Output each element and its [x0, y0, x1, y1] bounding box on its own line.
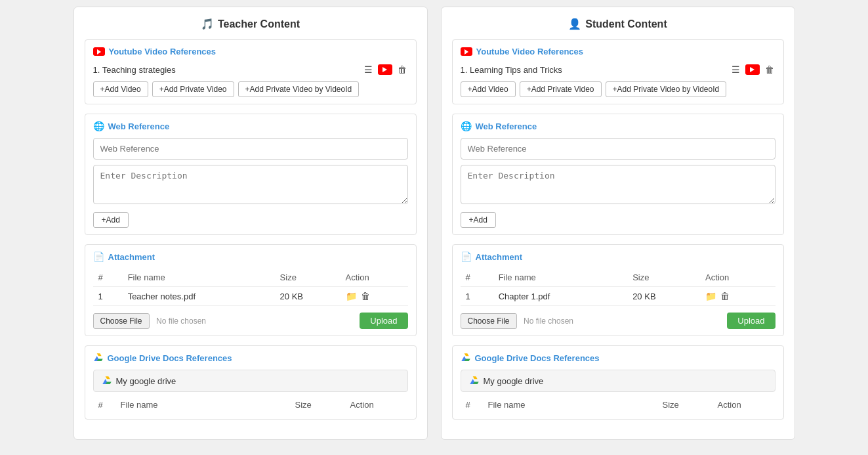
- student-attachment-label: Attachment: [476, 252, 523, 262]
- student-no-file-text: No file chosen: [524, 316, 573, 326]
- student-drive-col-size: Size: [663, 400, 715, 410]
- student-delete-video-btn[interactable]: 🗑: [764, 63, 775, 76]
- teacher-web-label: Web Reference: [108, 121, 170, 131]
- teacher-add-private-btn[interactable]: +Add Private Video: [152, 81, 234, 97]
- teacher-drive-col-action: Action: [350, 400, 403, 410]
- student-attachment-table: # File name Size Action 1 Chapter 1.pdf …: [461, 269, 775, 306]
- gdrive-icon-teacher: [93, 353, 104, 363]
- teacher-file-row-num: 1: [93, 287, 123, 306]
- student-upload-btn[interactable]: Upload: [727, 313, 775, 329]
- teacher-drive-label: Google Drive Docs References: [108, 353, 232, 363]
- teacher-drive-col-hash: #: [98, 400, 118, 410]
- student-my-drive: My google drive: [461, 370, 775, 392]
- teacher-video-actions: ☰ 🗑: [363, 63, 408, 76]
- student-add-private-id-btn[interactable]: +Add Private Video by VideoId: [606, 81, 727, 97]
- teacher-yt-small-icon: [378, 64, 392, 75]
- student-web-title: 🌐 Web Reference: [461, 121, 775, 131]
- teacher-file-action-icons: 📁 🗑: [346, 291, 403, 301]
- teacher-panel-title: 🎵 Teacher Content: [85, 18, 417, 30]
- student-col-hash: #: [461, 269, 493, 287]
- student-video-row: 1. Learning Tips and Tricks ☰ 🗑: [461, 63, 775, 76]
- teacher-file-upload-row: Choose File No file chosen Upload: [93, 313, 408, 329]
- student-youtube-title: Youtube Video References: [461, 47, 775, 56]
- student-panel-title: 👤 Student Content: [452, 18, 784, 30]
- student-file-name: Chapter 1.pdf: [493, 287, 628, 306]
- student-file-delete-icon[interactable]: 🗑: [720, 291, 730, 301]
- student-panel: 👤 Student Content Youtube Video Referenc…: [441, 7, 795, 440]
- teacher-video-row: 1. Teaching strategies ☰ 🗑: [93, 63, 408, 76]
- student-add-private-btn[interactable]: +Add Private Video: [520, 81, 602, 97]
- teacher-file-size: 20 KB: [275, 287, 341, 306]
- student-col-size: Size: [627, 269, 700, 287]
- student-yt-small-icon: [745, 64, 760, 75]
- student-file-view-icon[interactable]: 📁: [705, 291, 716, 301]
- teacher-my-drive: My google drive: [93, 370, 408, 392]
- student-youtube-label: Youtube Video References: [476, 47, 584, 56]
- teacher-add-video-btn[interactable]: +Add Video: [93, 81, 148, 97]
- student-web-reference-input[interactable]: [461, 138, 775, 160]
- teacher-drive-col-filename: File name: [121, 400, 293, 410]
- teacher-drive-table-header: # File name Size Action: [93, 397, 408, 412]
- student-choose-file-btn[interactable]: Choose File: [461, 313, 517, 329]
- youtube-icon-student: [461, 47, 472, 56]
- globe-icon-student: 🌐: [461, 121, 472, 131]
- teacher-add-private-id-btn[interactable]: +Add Private Video by VideoId: [238, 81, 360, 97]
- student-title-text: Student Content: [585, 18, 667, 30]
- student-drive-table-header: # File name Size Action: [461, 397, 775, 412]
- teacher-attachment-label: Attachment: [108, 252, 155, 262]
- teacher-youtube-label: Youtube Video References: [109, 47, 217, 56]
- trash-icon-student-video: 🗑: [765, 64, 774, 75]
- student-file-upload-row: Choose File No file chosen Upload: [461, 313, 775, 329]
- teacher-video-label: 1. Teaching strategies: [93, 65, 176, 75]
- gdrive-icon-student: [461, 353, 471, 363]
- teacher-file-actions: 📁 🗑: [341, 287, 408, 306]
- teacher-title-icon: 🎵: [201, 18, 214, 30]
- teacher-attachment-title: 📄 Attachment: [93, 251, 408, 262]
- teacher-drive-col-size: Size: [295, 400, 348, 410]
- student-video-label: 1. Learning Tips and Tricks: [461, 65, 562, 75]
- teacher-web-title: 🌐 Web Reference: [93, 121, 408, 131]
- teacher-attachment-table: # File name Size Action 1 Teacher notes.…: [93, 269, 408, 306]
- student-attachment-row-1: 1 Chapter 1.pdf 20 KB 📁 🗑: [461, 287, 775, 306]
- teacher-panel: 🎵 Teacher Content Youtube Video Referenc…: [73, 7, 428, 440]
- student-drive-col-action: Action: [718, 400, 770, 410]
- teacher-attachment-table-wrapper: # File name Size Action 1 Teacher notes.…: [93, 269, 408, 306]
- student-file-input-group: Choose File No file chosen: [461, 313, 574, 329]
- attach-icon-student: 📄: [461, 251, 472, 262]
- student-attachment-header-row: # File name Size Action: [461, 269, 775, 287]
- student-add-video-btn[interactable]: +Add Video: [461, 81, 516, 97]
- teacher-col-action: Action: [341, 269, 408, 287]
- student-file-row-num: 1: [461, 287, 493, 306]
- teacher-upload-btn[interactable]: Upload: [360, 313, 407, 329]
- student-my-drive-label: My google drive: [484, 376, 544, 386]
- teacher-hamburger-btn[interactable]: ☰: [363, 63, 374, 76]
- teacher-col-hash: #: [93, 269, 123, 287]
- student-drive-col-filename: File name: [488, 400, 660, 410]
- teacher-my-drive-label: My google drive: [116, 376, 176, 386]
- teacher-file-input-group: Choose File No file chosen: [93, 313, 207, 329]
- teacher-web-section: 🌐 Web Reference +Add: [85, 114, 417, 235]
- teacher-file-view-icon[interactable]: 📁: [346, 291, 357, 301]
- teacher-choose-file-btn[interactable]: Choose File: [93, 313, 150, 329]
- student-youtube-section: Youtube Video References 1. Learning Tip…: [452, 39, 784, 104]
- teacher-web-add-btn[interactable]: +Add: [93, 212, 129, 228]
- student-web-add-btn[interactable]: +Add: [461, 212, 496, 228]
- teacher-col-size: Size: [275, 269, 341, 287]
- teacher-file-delete-icon[interactable]: 🗑: [361, 291, 370, 301]
- teacher-delete-video-btn[interactable]: 🗑: [396, 63, 408, 76]
- teacher-web-reference-input[interactable]: [93, 138, 408, 160]
- teacher-web-description-input[interactable]: [93, 165, 408, 204]
- student-web-section: 🌐 Web Reference +Add: [452, 114, 784, 235]
- student-attachment-section: 📄 Attachment # File name Size Action: [452, 244, 784, 336]
- student-file-size: 20 KB: [627, 287, 700, 306]
- student-web-label: Web Reference: [476, 121, 537, 131]
- student-drive-label: Google Drive Docs References: [475, 353, 600, 363]
- student-title-icon: 👤: [568, 18, 581, 30]
- student-hamburger-btn[interactable]: ☰: [730, 63, 741, 76]
- trash-icon-teacher-video: 🗑: [398, 64, 407, 75]
- teacher-youtube-title: Youtube Video References: [93, 47, 408, 56]
- teacher-no-file-text: No file chosen: [156, 316, 206, 326]
- student-web-description-input[interactable]: [461, 165, 775, 204]
- student-col-action: Action: [700, 269, 775, 287]
- teacher-attachment-section: 📄 Attachment # File name Size Action: [85, 244, 417, 336]
